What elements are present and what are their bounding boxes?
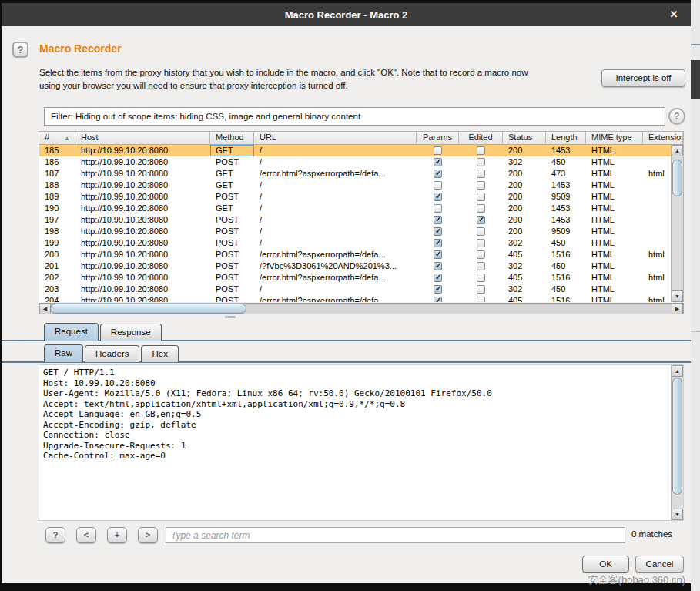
cell-num: 187 [39,168,75,180]
params-checkbox[interactable] [434,262,442,270]
params-checkbox[interactable] [434,146,442,155]
scroll-up-icon[interactable]: ▲ [672,145,683,156]
table-row[interactable]: 198http://10.99.10.20:8080POST/2009509HT… [39,226,672,237]
cell-mime: HTML [586,214,643,226]
search-help-button[interactable]: ? [45,527,65,543]
window-title: Macro Recorder - Macro 2 [285,9,408,21]
edited-checkbox[interactable] [477,274,485,282]
help-icon[interactable]: ? [12,42,28,58]
cell-status: 200 [503,214,546,226]
column-header-method[interactable]: Method [210,132,254,144]
edited-checkbox[interactable] [477,227,485,236]
table-row[interactable]: 190http://10.99.10.20:8080GET/2001453HTM… [39,203,672,214]
close-icon[interactable]: ✕ [668,8,680,21]
edited-checkbox[interactable] [477,204,485,213]
search-next-button[interactable]: > [138,527,158,543]
table-row[interactable]: 204http://10.99.10.20:8080POST/error.htm… [39,295,672,302]
table-row[interactable]: 197http://10.99.10.20:8080POST/2001453HT… [39,214,672,226]
cancel-button[interactable]: Cancel [635,556,684,573]
table-row[interactable]: 200http://10.99.10.20:8080POST/error.htm… [39,249,672,260]
column-header-mime[interactable]: MIME type [586,132,643,144]
params-checkbox[interactable] [434,250,442,259]
ok-button[interactable]: OK [582,556,629,573]
sort-up-icon: ▲ [64,135,70,142]
edited-checkbox[interactable] [477,146,485,155]
cell-host: http://10.99.10.20:8080 [75,145,210,156]
params-checkbox[interactable] [434,285,442,294]
column-header-num[interactable]: #▲ [39,132,75,144]
column-header-extension[interactable]: Extension [643,132,683,144]
params-checkbox[interactable] [434,181,442,190]
cell-url: / [254,226,417,237]
cell-ext [643,156,672,168]
tab-raw[interactable]: Raw [44,344,83,362]
edited-checkbox[interactable] [477,285,485,294]
table-scrollbar-thumb[interactable] [672,160,682,196]
search-input[interactable] [166,527,625,543]
params-checkbox[interactable] [434,297,442,302]
table-row[interactable]: 187http://10.99.10.20:8080GET/error.html… [39,168,672,180]
scroll-down-icon[interactable]: ▼ [672,509,683,520]
table-vertical-scrollbar[interactable]: ▲ ▼ [671,145,683,302]
editor-vertical-scrollbar[interactable]: ▲ ▼ [671,365,683,520]
table-row[interactable]: 189http://10.99.10.20:8080POST/2009509HT… [39,191,672,203]
table-row[interactable]: 199http://10.99.10.20:8080POST/302450HTM… [39,237,672,249]
cell-method: GET [210,203,254,214]
cell-num: 198 [39,226,75,237]
intercept-toggle-button[interactable]: Intercept is off [601,69,685,87]
params-checkbox[interactable] [434,170,442,178]
edited-checkbox[interactable] [477,193,485,201]
request-line: Accept-Encoding: gzip, deflate [43,420,683,431]
edited-checkbox[interactable] [477,158,485,166]
edited-checkbox[interactable] [477,297,485,302]
edited-checkbox[interactable] [477,262,485,270]
table-row[interactable]: 188http://10.99.10.20:8080GET/2001453HTM… [39,180,672,191]
splitter-grip[interactable] [225,316,236,318]
scroll-right-icon[interactable]: ▶ [672,303,683,314]
edited-checkbox[interactable] [477,170,485,178]
edited-checkbox[interactable] [477,239,485,247]
tab-request[interactable]: Request [44,323,99,341]
params-checkbox[interactable] [434,216,442,224]
edited-checkbox[interactable] [477,181,485,190]
params-checkbox[interactable] [434,274,442,282]
tab-hex[interactable]: Hex [141,345,178,362]
scroll-down-icon[interactable]: ▼ [672,290,683,302]
search-previous-button[interactable]: < [76,527,96,543]
table-row[interactable]: 201http://10.99.10.20:8080POST/?fVbc%3D3… [39,260,672,272]
scroll-up-icon[interactable]: ▲ [672,365,683,377]
table-row[interactable]: 202http://10.99.10.20:8080POST/error.htm… [39,272,672,284]
tab-headers[interactable]: Headers [85,345,139,362]
cell-length: 450 [546,284,586,295]
params-checkbox[interactable] [434,239,442,247]
cell-num: 188 [39,180,75,191]
params-checkbox[interactable] [434,158,442,166]
filter-help-icon[interactable]: ? [668,108,685,125]
column-header-url[interactable]: URL [254,132,417,144]
column-header-length[interactable]: Length [546,132,586,144]
cell-ext [643,284,672,295]
params-checkbox[interactable] [434,193,442,201]
table-row[interactable]: 203http://10.99.10.20:8080POST/302450HTM… [39,284,672,295]
tab-response[interactable]: Response [100,324,162,341]
column-header-params[interactable]: Params [417,132,459,144]
table-horizontal-scrollbar[interactable]: ◀ ▶ [39,303,684,314]
editor-scrollbar-thumb[interactable] [672,378,682,495]
cell-url: / [254,237,417,249]
params-checkbox[interactable] [434,204,442,213]
table-row[interactable]: 185http://10.99.10.20:8080GET/2001453HTM… [39,145,672,156]
edited-checkbox[interactable] [477,216,485,224]
filter-bar[interactable]: Filter: Hiding out of scope items; hidin… [44,107,665,126]
request-editor[interactable]: GET / HTTP/1.1Host: 10.99.10.20:8080User… [39,364,684,521]
search-add-button[interactable]: + [107,527,127,543]
column-header-status[interactable]: Status [503,132,546,144]
column-header-host[interactable]: Host [75,132,210,144]
cell-mime: HTML [586,249,643,260]
cell-params [417,226,459,237]
scroll-left-icon[interactable]: ◀ [39,303,51,314]
column-header-edited[interactable]: Edited [459,132,503,144]
horizontal-scrollbar-thumb[interactable] [50,304,246,314]
table-row[interactable]: 186http://10.99.10.20:8080POST/302450HTM… [39,156,672,168]
params-checkbox[interactable] [434,227,442,236]
edited-checkbox[interactable] [477,250,485,259]
